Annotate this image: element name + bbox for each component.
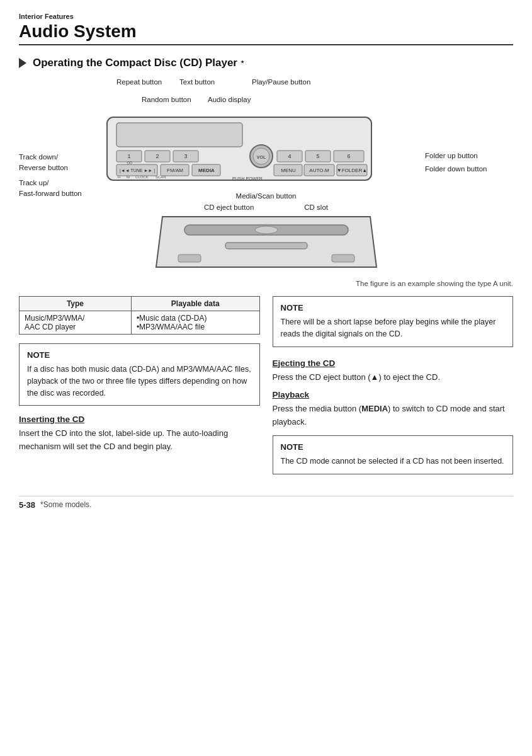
inserting-cd-text: Insert the CD into the slot, label-side …	[19, 427, 260, 454]
section-heading-text: Operating the Compact Disc (CD) Player	[33, 57, 237, 69]
two-col-layout: Type Playable data Music/MP3/WMA/ AAC CD…	[19, 296, 513, 483]
section-heading: Operating the Compact Disc (CD) Player*	[19, 57, 513, 69]
svg-text:1: 1	[127, 153, 130, 159]
playable-table: Type Playable data Music/MP3/WMA/ AAC CD…	[19, 296, 260, 335]
svg-point-36	[255, 226, 278, 234]
svg-text:H: H	[118, 175, 120, 179]
inserting-cd-title: Inserting the CD	[19, 415, 260, 424]
page-title: Audio System	[19, 21, 513, 42]
svg-text:▼FOLDER▲: ▼FOLDER▲	[337, 168, 367, 173]
section-label: Interior Features	[19, 13, 513, 20]
note-text-cd-mode: The CD mode cannot be selected if a CD h…	[281, 455, 506, 467]
svg-text:FM/AM: FM/AM	[167, 168, 183, 173]
svg-rect-1	[116, 123, 242, 147]
svg-rect-39	[332, 255, 354, 262]
folder-up-label: Folder up button	[425, 151, 513, 161]
diagram-area: Repeat button Text button Play/Pause but…	[19, 78, 513, 273]
col-left: Type Playable data Music/MP3/WMA/ AAC CD…	[19, 296, 260, 483]
right-labels: Folder up button Folder down button	[425, 151, 513, 175]
play-pause-btn-label: Play/Pause button	[252, 78, 310, 86]
svg-text:SCAN: SCAN	[156, 175, 166, 179]
text-btn-label: Text button	[179, 78, 215, 86]
svg-text:AUTO-M: AUTO-M	[309, 168, 329, 173]
triangle-marker-icon	[19, 58, 26, 68]
cd-slot-drawing	[19, 214, 513, 273]
note-text-lapse: There will be a short lapse before play …	[281, 316, 506, 340]
svg-text:3: 3	[184, 153, 187, 159]
cd-unit-svg: 1 :00 2 3 VOL 4 5 6 |◄◄ TUNE ►	[104, 114, 375, 186]
cd-unit-drawing: 1 :00 2 3 VOL 4 5 6 |◄◄ TUNE ►	[104, 114, 375, 188]
svg-rect-37	[225, 243, 307, 249]
svg-text:MENU: MENU	[281, 168, 296, 173]
top-labels-row: Repeat button Text button Play/Pause but…	[19, 78, 513, 113]
note-box-lapse: NOTE There will be a short lapse before …	[273, 296, 514, 347]
col-right: NOTE There will be a short lapse before …	[273, 296, 514, 483]
table-header-data: Playable data	[131, 297, 259, 311]
repeat-btn-label: Repeat button	[116, 78, 162, 86]
svg-text:5: 5	[316, 153, 319, 159]
table-header-type: Type	[20, 297, 132, 311]
svg-rect-38	[178, 255, 201, 262]
track-down-label: Track down/Reverse button	[19, 152, 107, 174]
note-title-disc: NOTE	[27, 350, 252, 360]
note-title-lapse: NOTE	[281, 303, 506, 312]
note-title-cd-mode: NOTE	[281, 442, 506, 452]
svg-text:2: 2	[156, 153, 159, 159]
cd-slot-label: CD slot	[304, 203, 328, 211]
media-scan-label: Media/Scan button	[236, 192, 297, 200]
diagram-caption: The figure is an example showing the typ…	[19, 280, 513, 287]
title-rule	[19, 44, 513, 45]
playback-title: Playback	[273, 390, 514, 399]
ejecting-cd-text: Press the CD eject button (▲) to eject t…	[273, 371, 514, 384]
audio-display-label: Audio display	[208, 96, 251, 103]
svg-text:|◄◄ TUNE ►► |: |◄◄ TUNE ►► |	[120, 168, 155, 173]
svg-text:PUSH POWER: PUSH POWER	[232, 176, 263, 181]
cd-slot-svg	[150, 214, 383, 273]
page-footer: 5-38 *Some models.	[19, 496, 513, 510]
table-cell-data: •Music data (CD-DA) •MP3/WMA/AAC file	[131, 311, 259, 335]
svg-text:4: 4	[288, 153, 291, 159]
heading-superscript: *	[241, 59, 244, 67]
slot-labels-row: CD eject button CD slot	[19, 203, 513, 211]
page-number: 5-38	[19, 500, 35, 510]
ejecting-cd-title: Ejecting the CD	[273, 358, 514, 368]
playback-text: Press the media button (MEDIA) to switch…	[273, 403, 514, 429]
svg-text:CLOCK: CLOCK	[135, 175, 149, 179]
svg-text:M: M	[127, 175, 130, 179]
unit-wrapper: Track down/Reverse button Track up/Fast-…	[19, 114, 513, 190]
folder-down-label: Folder down button	[425, 164, 513, 175]
random-btn-label: Random button	[142, 96, 191, 103]
svg-text:MEDIA: MEDIA	[198, 168, 215, 173]
note-box-cd-mode: NOTE The CD mode cannot be selected if a…	[273, 435, 514, 474]
bottom-labels-row: Media/Scan button	[19, 192, 513, 200]
note-text-disc: If a disc has both music data (CD-DA) an…	[27, 364, 252, 399]
svg-text:VOL: VOL	[257, 155, 266, 159]
footer-note: *Some models.	[40, 500, 91, 509]
media-bold: MEDIA	[361, 404, 388, 413]
table-cell-type: Music/MP3/WMA/ AAC CD player	[20, 311, 132, 335]
cd-eject-label: CD eject button	[204, 203, 254, 211]
svg-text:6: 6	[347, 153, 350, 159]
table-row: Music/MP3/WMA/ AAC CD player •Music data…	[20, 311, 260, 335]
note-box-disc: NOTE If a disc has both music data (CD-D…	[19, 343, 260, 406]
